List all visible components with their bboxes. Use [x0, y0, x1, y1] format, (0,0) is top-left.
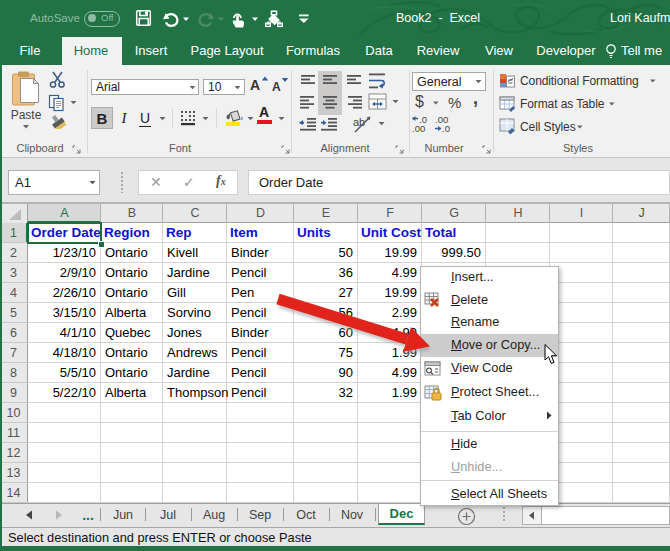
svg-text:.0: .0 — [442, 123, 450, 134]
svg-text:.00: .00 — [412, 123, 425, 134]
svg-text:ab: ab — [353, 116, 365, 128]
